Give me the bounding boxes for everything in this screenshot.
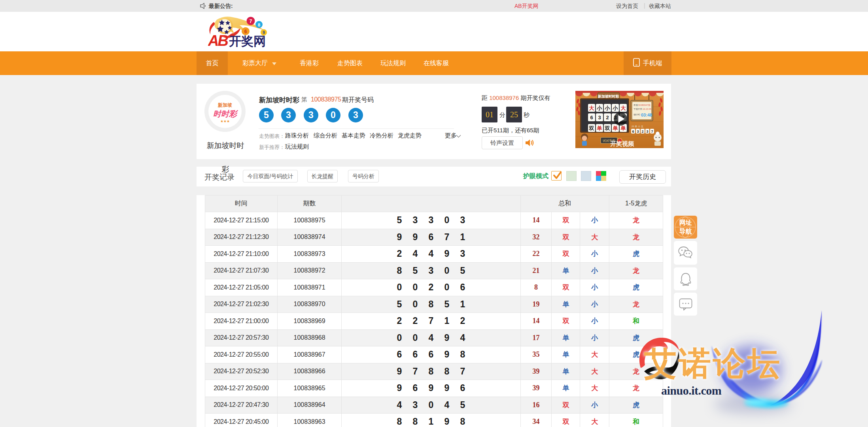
svg-text:单: 单 (613, 125, 618, 131)
svg-text:单: 单 (597, 125, 602, 131)
svg-text:25 单 小 龙: 25 单 小 龙 (632, 125, 643, 128)
svg-text:2: 2 (606, 115, 609, 120)
svg-text:本期:50380947期: 本期:50380947期 (634, 104, 651, 106)
svg-text:2: 2 (641, 130, 643, 134)
svg-text:3: 3 (598, 115, 601, 120)
svg-text:6: 6 (590, 115, 593, 120)
svg-text:8: 8 (258, 23, 260, 27)
svg-text:小: 小 (605, 105, 611, 111)
svg-text:单: 单 (620, 125, 626, 131)
svg-text:大: 大 (589, 105, 595, 111)
svg-text:双: 双 (605, 125, 610, 131)
svg-text:小: 小 (597, 105, 603, 111)
svg-text:AB: AB (208, 32, 228, 48)
svg-text:3: 3 (646, 130, 648, 134)
svg-text:大: 大 (621, 105, 626, 111)
svg-text:3: 3 (637, 130, 639, 134)
svg-text:双: 双 (589, 125, 594, 131)
svg-text:倒计时:: 倒计时: (634, 113, 641, 116)
svg-text:开奖视频: 开奖视频 (610, 140, 634, 147)
svg-text:新加坡时时彩: 新加坡时时彩 (598, 94, 619, 98)
svg-text:6: 6 (632, 130, 634, 134)
svg-text:7: 7 (250, 19, 252, 24)
svg-text:下期开奖:16:23:45: 下期开奖:16:23:45 (634, 108, 651, 110)
svg-text:小: 小 (613, 105, 618, 111)
svg-text:7: 7 (651, 130, 653, 134)
svg-text:开奖网: 开奖网 (229, 34, 266, 48)
svg-text:03:48: 03:48 (641, 113, 652, 117)
svg-text:6: 6 (244, 29, 247, 34)
